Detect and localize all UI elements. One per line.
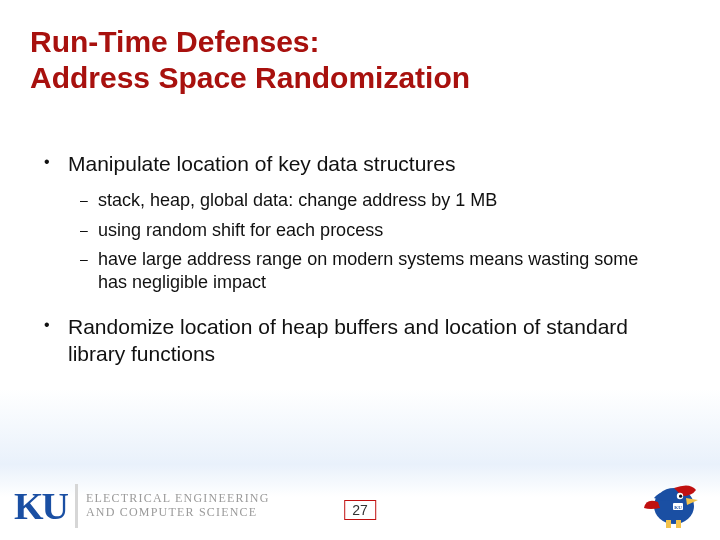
bullet-item: Randomize location of heap buffers and l… bbox=[40, 313, 660, 368]
bullet-text: Randomize location of heap buffers and l… bbox=[68, 315, 628, 365]
sub-bullet-text: have large address range on modern syste… bbox=[98, 249, 638, 292]
bullet-item: Manipulate location of key data structur… bbox=[40, 150, 660, 295]
dept-line-1: ELECTRICAL ENGINEERING bbox=[86, 492, 270, 506]
svg-rect-3 bbox=[666, 520, 671, 528]
bullet-list: Manipulate location of key data structur… bbox=[40, 150, 660, 367]
slide-content: Manipulate location of key data structur… bbox=[40, 150, 660, 385]
sub-bullet-item: using random shift for each process bbox=[68, 219, 660, 242]
ku-logo-block: KU ELECTRICAL ENGINEERING AND COMPUTER S… bbox=[14, 484, 270, 528]
slide-title: Run-Time Defenses: Address Space Randomi… bbox=[30, 24, 670, 96]
sub-bullet-text: stack, heap, global data: change address… bbox=[98, 190, 497, 210]
slide-footer: KU ELECTRICAL ENGINEERING AND COMPUTER S… bbox=[0, 468, 720, 540]
department-text: ELECTRICAL ENGINEERING AND COMPUTER SCIE… bbox=[86, 492, 270, 520]
ku-logo-icon: KU bbox=[14, 487, 67, 525]
sub-bullet-item: have large address range on modern syste… bbox=[68, 248, 660, 295]
dept-line-2: AND COMPUTER SCIENCE bbox=[86, 506, 270, 520]
jayhawk-mascot-icon: KU bbox=[640, 472, 702, 530]
slide: Run-Time Defenses: Address Space Randomi… bbox=[0, 0, 720, 540]
svg-point-2 bbox=[679, 495, 682, 498]
page-number: 27 bbox=[344, 500, 376, 520]
svg-text:KU: KU bbox=[674, 505, 682, 510]
sub-bullet-list: stack, heap, global data: change address… bbox=[68, 189, 660, 295]
bullet-text: Manipulate location of key data structur… bbox=[68, 152, 456, 175]
title-line-2: Address Space Randomization bbox=[30, 60, 670, 96]
divider-icon bbox=[75, 484, 78, 528]
sub-bullet-item: stack, heap, global data: change address… bbox=[68, 189, 660, 212]
title-line-1: Run-Time Defenses: bbox=[30, 24, 670, 60]
sub-bullet-text: using random shift for each process bbox=[98, 220, 383, 240]
svg-rect-4 bbox=[676, 520, 681, 528]
